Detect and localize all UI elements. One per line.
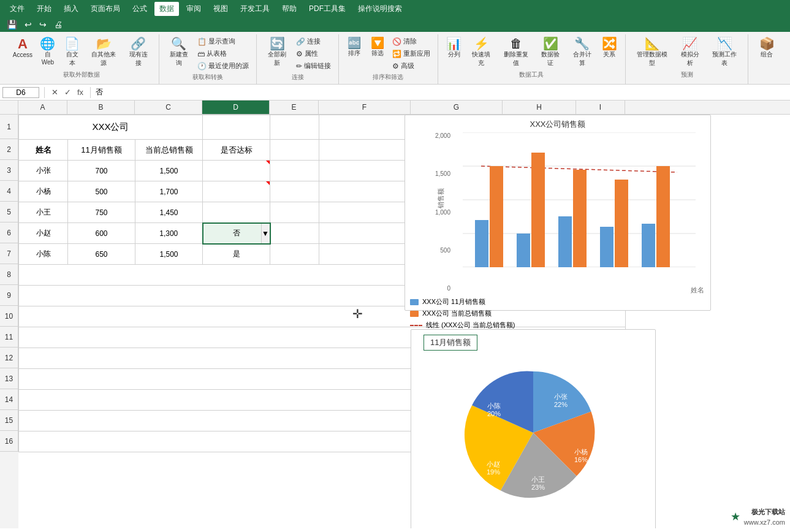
cell-e4[interactable] bbox=[270, 181, 319, 202]
cell-a5[interactable]: 小王 bbox=[19, 202, 68, 223]
redo-button[interactable]: ↪ bbox=[37, 19, 48, 30]
text-button[interactable]: 📄 自文本 bbox=[60, 36, 85, 69]
cell-f4[interactable] bbox=[319, 181, 411, 202]
col-header-b[interactable]: B bbox=[67, 101, 135, 114]
row-header-4[interactable]: 4 bbox=[0, 181, 18, 202]
row-header-10[interactable]: 10 bbox=[0, 306, 18, 327]
row-header-13[interactable]: 13 bbox=[0, 368, 18, 389]
edit-links-button[interactable]: ✏ 编辑链接 bbox=[294, 60, 333, 72]
insert-function-icon[interactable]: fx bbox=[75, 87, 85, 97]
menu-search[interactable]: 操作说明搜索 bbox=[353, 2, 407, 16]
consolidate-button[interactable]: 🔧 合并计算 bbox=[567, 36, 598, 69]
cell-d3[interactable] bbox=[203, 161, 270, 181]
cell-c6[interactable]: 1,300 bbox=[135, 223, 203, 244]
cell-f1[interactable] bbox=[319, 115, 411, 140]
cell-d6-selected[interactable]: 否 ▼ bbox=[203, 223, 270, 244]
col-header-i[interactable]: I bbox=[576, 101, 625, 114]
menu-data[interactable]: 数据 bbox=[154, 2, 179, 16]
cell-b6[interactable]: 600 bbox=[68, 223, 135, 244]
cell-e3[interactable] bbox=[270, 161, 319, 181]
validate-button[interactable]: ✅ 数据验证 bbox=[535, 36, 566, 69]
cell-a7[interactable]: 小陈 bbox=[19, 244, 68, 265]
show-query-button[interactable]: 📋 显示查询 bbox=[195, 36, 251, 47]
cell-b7[interactable]: 650 bbox=[68, 244, 135, 265]
menu-view[interactable]: 视图 bbox=[208, 2, 233, 16]
cell-d7[interactable]: 是 bbox=[203, 244, 270, 265]
cell-d1[interactable] bbox=[203, 115, 270, 140]
cell-a6[interactable]: 小赵 bbox=[19, 223, 68, 244]
row-header-8[interactable]: 8 bbox=[0, 264, 18, 285]
row-header-9[interactable]: 9 bbox=[0, 285, 18, 306]
cell-a2[interactable]: 姓名 bbox=[19, 140, 68, 161]
cell-f3[interactable] bbox=[319, 161, 411, 181]
menu-file[interactable]: 文件 bbox=[5, 2, 29, 16]
col-header-g[interactable]: G bbox=[411, 101, 503, 114]
cell-a4[interactable]: 小杨 bbox=[19, 181, 68, 202]
cell-e7[interactable] bbox=[270, 244, 319, 265]
what-if-button[interactable]: 📈 模拟分析 bbox=[675, 36, 705, 69]
cell-f6[interactable] bbox=[319, 223, 411, 244]
refresh-all-button[interactable]: 🔄 全部刷新 bbox=[262, 36, 292, 69]
row-header-1[interactable]: 1 bbox=[0, 115, 18, 139]
row-header-14[interactable]: 14 bbox=[0, 389, 18, 410]
cell-c7[interactable]: 1,500 bbox=[135, 244, 203, 265]
other-sources-button[interactable]: 📂 自其他来源 bbox=[86, 36, 122, 69]
cell-reference[interactable] bbox=[2, 87, 39, 98]
split-button[interactable]: 📊 分列 bbox=[443, 36, 465, 61]
cell-d2[interactable]: 是否达标 bbox=[203, 140, 270, 161]
menu-formula[interactable]: 公式 bbox=[127, 2, 152, 16]
company-header[interactable]: XXX公司 bbox=[19, 115, 203, 140]
cell-f2[interactable] bbox=[319, 140, 411, 161]
web-button[interactable]: 🌐 自Web bbox=[37, 36, 59, 67]
cell-f5[interactable] bbox=[319, 202, 411, 223]
sort-az-button[interactable]: 🔤 排序 bbox=[343, 36, 365, 59]
cell-b2[interactable]: 11月销售额 bbox=[68, 140, 135, 161]
menu-home[interactable]: 开始 bbox=[32, 2, 56, 16]
confirm-formula-icon[interactable]: ✓ bbox=[63, 87, 73, 97]
col-header-h[interactable]: H bbox=[503, 101, 576, 114]
cell-c3[interactable]: 1,500 bbox=[135, 161, 203, 181]
row-header-16[interactable]: 16 bbox=[0, 431, 18, 452]
menu-pdf[interactable]: PDF工具集 bbox=[304, 2, 351, 16]
cell-b3[interactable]: 700 bbox=[68, 161, 135, 181]
cell-f7[interactable] bbox=[319, 244, 411, 265]
cell-c5[interactable]: 1,450 bbox=[135, 202, 203, 223]
recent-sources-button[interactable]: 🕐 最近使用的源 bbox=[195, 60, 251, 72]
menu-insert[interactable]: 插入 bbox=[59, 2, 83, 16]
forecast-button[interactable]: 📉 预测工作表 bbox=[706, 36, 743, 69]
col-header-e[interactable]: E bbox=[270, 101, 319, 114]
menu-layout[interactable]: 页面布局 bbox=[86, 2, 125, 16]
clear-button[interactable]: 🚫 清除 bbox=[390, 36, 433, 47]
cell-d4[interactable] bbox=[203, 181, 270, 202]
menu-developer[interactable]: 开发工具 bbox=[235, 2, 275, 16]
cancel-formula-icon[interactable]: ✕ bbox=[50, 87, 60, 97]
undo-button[interactable]: ↩ bbox=[23, 19, 34, 30]
access-button[interactable]: A Access bbox=[10, 36, 36, 60]
advanced-button[interactable]: ⚙ 高级 bbox=[390, 60, 433, 72]
cell-e2[interactable] bbox=[270, 140, 319, 161]
row-header-3[interactable]: 3 bbox=[0, 160, 18, 181]
filter-button[interactable]: 🔽 筛选 bbox=[367, 36, 389, 59]
existing-conn-button[interactable]: 🔗 现有连接 bbox=[123, 36, 154, 69]
connection-button[interactable]: 🔗 连接 bbox=[294, 36, 333, 47]
menu-review[interactable]: 审阅 bbox=[181, 2, 206, 16]
new-query-button[interactable]: 🔍 新建查询 bbox=[164, 36, 194, 69]
relations-button[interactable]: 🔀 关系 bbox=[598, 36, 620, 61]
col-header-a[interactable]: A bbox=[18, 101, 67, 114]
dropdown-arrow[interactable]: ▼ bbox=[261, 224, 270, 243]
manage-model-button[interactable]: 📐 管理数据模型 bbox=[631, 36, 673, 69]
col-header-d[interactable]: D bbox=[202, 101, 270, 114]
col-header-c[interactable]: C bbox=[135, 101, 202, 114]
cell-b4[interactable]: 500 bbox=[68, 181, 135, 202]
reapply-button[interactable]: 🔁 重新应用 bbox=[390, 48, 433, 59]
row-header-15[interactable]: 15 bbox=[0, 410, 18, 431]
from-table-button[interactable]: 🗃 从表格 bbox=[195, 48, 251, 59]
row-header-2[interactable]: 2 bbox=[0, 139, 18, 160]
cell-e5[interactable] bbox=[270, 202, 319, 223]
print-button[interactable]: 🖨 bbox=[52, 19, 64, 30]
row-header-12[interactable]: 12 bbox=[0, 348, 18, 368]
row-header-5[interactable]: 5 bbox=[0, 202, 18, 222]
cell-a3[interactable]: 小张 bbox=[19, 161, 68, 181]
group-button[interactable]: 📦 组合 bbox=[756, 36, 778, 61]
col-header-f[interactable]: F bbox=[319, 101, 411, 114]
